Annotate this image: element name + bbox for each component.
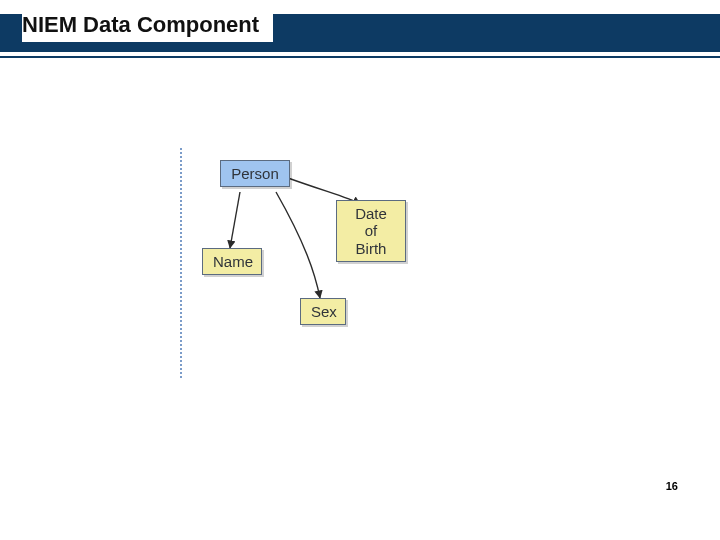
node-sex: Sex: [300, 298, 346, 325]
edge-person-sex: [276, 192, 320, 298]
edge-person-name: [230, 192, 240, 248]
title-underline: [0, 56, 720, 58]
node-name: Name: [202, 248, 262, 275]
slide-title: NIEM Data Component: [22, 8, 273, 42]
node-person: Person: [220, 160, 290, 187]
page-number: 16: [666, 480, 678, 492]
diagram-canvas: Person Name Date of Birth Sex: [180, 148, 480, 378]
title-bar: NIEM Data Component: [0, 0, 720, 58]
node-date-of-birth: Date of Birth: [336, 200, 406, 262]
